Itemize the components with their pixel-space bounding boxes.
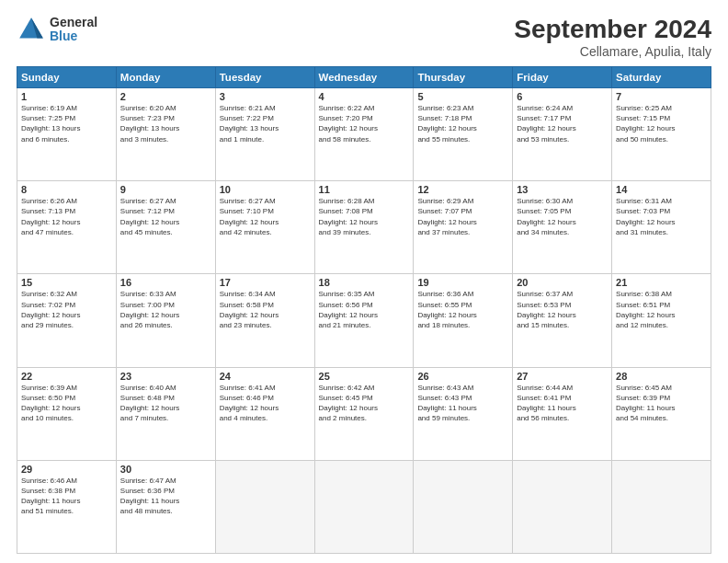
logo-blue-text: Blue <box>50 29 97 43</box>
day-info: Sunrise: 6:21 AM Sunset: 7:22 PM Dayligh… <box>220 103 311 144</box>
day-number: 1 <box>21 91 112 102</box>
calendar-cell: 3Sunrise: 6:21 AM Sunset: 7:22 PM Daylig… <box>215 88 314 181</box>
calendar-cell: 28Sunrise: 6:45 AM Sunset: 6:39 PM Dayli… <box>612 367 711 460</box>
day-number: 11 <box>319 184 410 195</box>
day-info: Sunrise: 6:31 AM Sunset: 7:03 PM Dayligh… <box>616 196 707 237</box>
day-number: 6 <box>517 91 608 102</box>
col-saturday: Saturday <box>612 67 711 88</box>
calendar-cell: 16Sunrise: 6:33 AM Sunset: 7:00 PM Dayli… <box>116 274 215 367</box>
day-info: Sunrise: 6:27 AM Sunset: 7:12 PM Dayligh… <box>120 196 211 237</box>
day-number: 26 <box>417 371 508 382</box>
day-number: 12 <box>417 184 508 195</box>
header: General Blue September 2024 Cellamare, A… <box>17 15 711 59</box>
calendar-cell: 2Sunrise: 6:20 AM Sunset: 7:23 PM Daylig… <box>116 88 215 181</box>
calendar-cell <box>314 460 414 553</box>
day-number: 20 <box>517 277 608 288</box>
day-info: Sunrise: 6:45 AM Sunset: 6:39 PM Dayligh… <box>616 383 707 424</box>
day-number: 21 <box>616 277 707 288</box>
day-number: 4 <box>319 91 410 102</box>
calendar-cell: 21Sunrise: 6:38 AM Sunset: 6:51 PM Dayli… <box>612 274 711 367</box>
calendar-cell: 11Sunrise: 6:28 AM Sunset: 7:08 PM Dayli… <box>314 181 414 274</box>
day-number: 10 <box>220 184 311 195</box>
day-info: Sunrise: 6:38 AM Sunset: 6:51 PM Dayligh… <box>616 289 707 330</box>
calendar-cell: 23Sunrise: 6:40 AM Sunset: 6:48 PM Dayli… <box>116 367 215 460</box>
day-info: Sunrise: 6:41 AM Sunset: 6:46 PM Dayligh… <box>220 383 311 424</box>
col-monday: Monday <box>116 67 215 88</box>
col-wednesday: Wednesday <box>314 67 414 88</box>
calendar-table: Sunday Monday Tuesday Wednesday Thursday… <box>17 66 711 554</box>
calendar-cell: 7Sunrise: 6:25 AM Sunset: 7:15 PM Daylig… <box>612 88 711 181</box>
title-block: September 2024 Cellamare, Apulia, Italy <box>514 15 711 59</box>
day-info: Sunrise: 6:34 AM Sunset: 6:58 PM Dayligh… <box>220 289 311 330</box>
day-number: 14 <box>616 184 707 195</box>
calendar-cell: 6Sunrise: 6:24 AM Sunset: 7:17 PM Daylig… <box>513 88 612 181</box>
day-info: Sunrise: 6:27 AM Sunset: 7:10 PM Dayligh… <box>220 196 311 237</box>
calendar-week-1: 1Sunrise: 6:19 AM Sunset: 7:25 PM Daylig… <box>17 88 711 181</box>
day-info: Sunrise: 6:46 AM Sunset: 6:38 PM Dayligh… <box>21 476 112 517</box>
day-info: Sunrise: 6:26 AM Sunset: 7:13 PM Dayligh… <box>21 196 112 237</box>
day-number: 18 <box>319 277 410 288</box>
col-friday: Friday <box>513 67 612 88</box>
day-info: Sunrise: 6:22 AM Sunset: 7:20 PM Dayligh… <box>319 103 410 144</box>
calendar-cell: 5Sunrise: 6:23 AM Sunset: 7:18 PM Daylig… <box>414 88 513 181</box>
logo-text: General Blue <box>50 16 97 44</box>
day-info: Sunrise: 6:44 AM Sunset: 6:41 PM Dayligh… <box>517 383 608 424</box>
calendar-cell: 10Sunrise: 6:27 AM Sunset: 7:10 PM Dayli… <box>215 181 314 274</box>
day-info: Sunrise: 6:47 AM Sunset: 6:36 PM Dayligh… <box>120 476 211 517</box>
day-info: Sunrise: 6:42 AM Sunset: 6:45 PM Dayligh… <box>319 383 410 424</box>
day-number: 5 <box>417 91 508 102</box>
logo-general-text: General <box>50 16 97 29</box>
calendar-header-row: Sunday Monday Tuesday Wednesday Thursday… <box>17 67 711 88</box>
calendar-cell <box>612 460 711 553</box>
day-info: Sunrise: 6:40 AM Sunset: 6:48 PM Dayligh… <box>120 383 211 424</box>
calendar-cell: 12Sunrise: 6:29 AM Sunset: 7:07 PM Dayli… <box>414 181 513 274</box>
calendar-cell: 20Sunrise: 6:37 AM Sunset: 6:53 PM Dayli… <box>513 274 612 367</box>
col-sunday: Sunday <box>17 67 117 88</box>
day-info: Sunrise: 6:30 AM Sunset: 7:05 PM Dayligh… <box>517 196 608 237</box>
day-number: 8 <box>21 184 112 195</box>
day-info: Sunrise: 6:33 AM Sunset: 7:00 PM Dayligh… <box>120 289 211 330</box>
day-number: 13 <box>517 184 608 195</box>
day-info: Sunrise: 6:35 AM Sunset: 6:56 PM Dayligh… <box>319 289 410 330</box>
day-info: Sunrise: 6:37 AM Sunset: 6:53 PM Dayligh… <box>517 289 608 330</box>
calendar-cell: 4Sunrise: 6:22 AM Sunset: 7:20 PM Daylig… <box>314 88 414 181</box>
day-number: 27 <box>517 371 608 382</box>
day-number: 17 <box>220 277 311 288</box>
calendar-cell: 9Sunrise: 6:27 AM Sunset: 7:12 PM Daylig… <box>116 181 215 274</box>
calendar-cell: 1Sunrise: 6:19 AM Sunset: 7:25 PM Daylig… <box>17 88 117 181</box>
day-number: 25 <box>319 371 410 382</box>
day-info: Sunrise: 6:43 AM Sunset: 6:43 PM Dayligh… <box>417 383 508 424</box>
calendar-cell: 24Sunrise: 6:41 AM Sunset: 6:46 PM Dayli… <box>215 367 314 460</box>
day-number: 29 <box>21 464 112 475</box>
calendar-week-4: 22Sunrise: 6:39 AM Sunset: 6:50 PM Dayli… <box>17 367 711 460</box>
main-title: September 2024 <box>514 15 711 44</box>
sub-title: Cellamare, Apulia, Italy <box>514 44 711 59</box>
day-info: Sunrise: 6:24 AM Sunset: 7:17 PM Dayligh… <box>517 103 608 144</box>
day-number: 7 <box>616 91 707 102</box>
calendar-cell: 18Sunrise: 6:35 AM Sunset: 6:56 PM Dayli… <box>314 274 414 367</box>
day-number: 22 <box>21 371 112 382</box>
calendar-cell: 17Sunrise: 6:34 AM Sunset: 6:58 PM Dayli… <box>215 274 314 367</box>
day-number: 24 <box>220 371 311 382</box>
col-thursday: Thursday <box>414 67 513 88</box>
logo: General Blue <box>17 15 97 44</box>
calendar-cell <box>215 460 314 553</box>
calendar-cell: 14Sunrise: 6:31 AM Sunset: 7:03 PM Dayli… <box>612 181 711 274</box>
day-number: 28 <box>616 371 707 382</box>
col-tuesday: Tuesday <box>215 67 314 88</box>
calendar-week-5: 29Sunrise: 6:46 AM Sunset: 6:38 PM Dayli… <box>17 460 711 553</box>
day-info: Sunrise: 6:36 AM Sunset: 6:55 PM Dayligh… <box>417 289 508 330</box>
day-info: Sunrise: 6:39 AM Sunset: 6:50 PM Dayligh… <box>21 383 112 424</box>
day-number: 15 <box>21 277 112 288</box>
calendar-cell: 22Sunrise: 6:39 AM Sunset: 6:50 PM Dayli… <box>17 367 117 460</box>
logo-icon <box>17 15 46 44</box>
day-number: 3 <box>220 91 311 102</box>
day-number: 9 <box>120 184 211 195</box>
calendar-week-3: 15Sunrise: 6:32 AM Sunset: 7:02 PM Dayli… <box>17 274 711 367</box>
day-info: Sunrise: 6:29 AM Sunset: 7:07 PM Dayligh… <box>417 196 508 237</box>
day-number: 19 <box>417 277 508 288</box>
day-info: Sunrise: 6:23 AM Sunset: 7:18 PM Dayligh… <box>417 103 508 144</box>
calendar-cell: 15Sunrise: 6:32 AM Sunset: 7:02 PM Dayli… <box>17 274 117 367</box>
day-info: Sunrise: 6:28 AM Sunset: 7:08 PM Dayligh… <box>319 196 410 237</box>
calendar-cell: 13Sunrise: 6:30 AM Sunset: 7:05 PM Dayli… <box>513 181 612 274</box>
